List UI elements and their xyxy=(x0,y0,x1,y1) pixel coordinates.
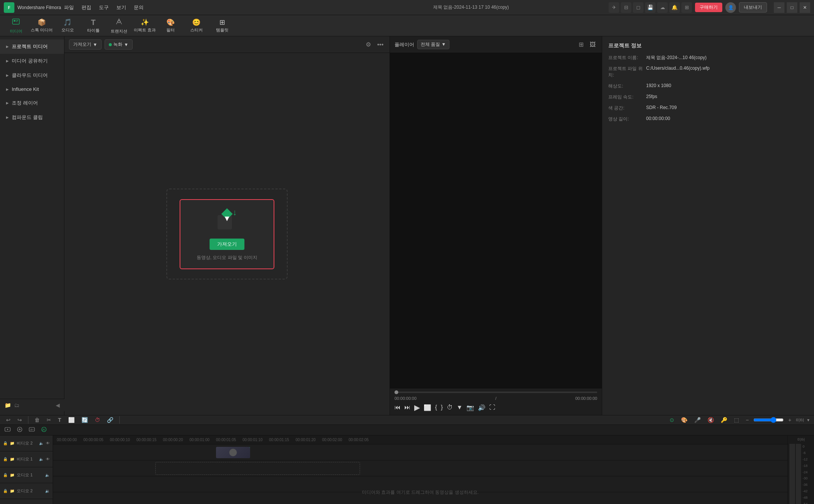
menu-help[interactable]: 문의 xyxy=(134,4,144,11)
zoom-in-button[interactable]: + xyxy=(786,415,794,424)
track-lock-icon-a2[interactable]: 🔒 xyxy=(3,489,8,493)
sidebar-item-compound-clip[interactable]: ▶ 컴파운드 클립 xyxy=(0,110,64,125)
redo-button[interactable]: ↪ xyxy=(15,415,24,424)
import-button[interactable]: 가져오기 ▼ xyxy=(69,39,102,50)
dropdown-btn[interactable]: ▼ xyxy=(457,404,463,411)
track-folder-icon-a2[interactable]: 📁 xyxy=(10,489,14,493)
purchase-button[interactable]: 구매하기 xyxy=(695,3,722,12)
import-main-button[interactable]: 가져오기 xyxy=(210,239,244,250)
video-clip-v2[interactable]: + xyxy=(216,447,250,458)
prev-frame-button[interactable]: ⏮ xyxy=(394,404,401,411)
cut-button[interactable]: ✂ xyxy=(44,415,53,424)
portrait-view-icon[interactable]: 🖼 xyxy=(588,39,597,50)
sidebar-item-cloud-media[interactable]: ▶ 클라우드 미디어 xyxy=(0,68,64,83)
collapse-icon[interactable]: ◀ xyxy=(56,402,60,408)
snap-toggle[interactable]: ⊙ xyxy=(667,415,676,424)
sidebar-item-adjustment-layer[interactable]: ▶ 조정 레이어 xyxy=(0,96,64,110)
silence-detect-button[interactable]: 🔇 xyxy=(705,415,716,424)
crop-button[interactable]: ⬜ xyxy=(66,415,77,424)
toolbar-title[interactable]: T 타이틀 xyxy=(81,17,105,35)
menu-tools[interactable]: 도구 xyxy=(99,4,109,11)
snapshot-icon[interactable]: 📷 xyxy=(466,404,474,411)
arrow-icon: ▶ xyxy=(6,45,9,48)
mark-out-icon[interactable]: } xyxy=(441,404,443,411)
track-lock-icon[interactable]: 🔒 xyxy=(3,441,8,445)
track-folder-icon[interactable]: 📁 xyxy=(10,441,14,445)
track-visible-icon[interactable]: 👁 xyxy=(46,441,50,445)
sidebar-item-project-media[interactable]: ▶ 프로젝트 미디어 xyxy=(0,39,64,54)
sidebar-item-influence-kit[interactable]: ▶ Influence Kit xyxy=(0,83,64,96)
fullscreen-icon[interactable]: ⛶ xyxy=(489,404,495,411)
grid-view-icon[interactable]: ⊞ xyxy=(577,39,585,50)
toolbar-effect[interactable]: ✨ 이펙트 효과 xyxy=(133,17,157,35)
text-button[interactable]: T xyxy=(56,415,64,424)
bell-icon[interactable]: 🔔 xyxy=(669,2,680,13)
volume-icon[interactable]: 🔊 xyxy=(478,404,485,411)
toolbar-transition-label: 트랜지션 xyxy=(111,28,127,34)
color-match-button[interactable]: 🎨 xyxy=(679,415,690,424)
close-button[interactable]: ✕ xyxy=(800,2,810,13)
record-button[interactable]: 녹화 ▼ xyxy=(105,39,133,50)
voice-button[interactable]: 🎤 xyxy=(692,415,703,424)
track-folder-icon-v1[interactable]: 📁 xyxy=(10,457,14,461)
ai-track-icon[interactable]: AI xyxy=(39,425,49,435)
add-video-track-icon[interactable] xyxy=(2,425,13,435)
quality-selector[interactable]: 전체 품질 ▼ xyxy=(417,40,449,49)
speed-icon[interactable]: ⏱ xyxy=(447,404,453,411)
grid-icon[interactable]: ⊞ xyxy=(681,2,692,13)
toolbar-filter[interactable]: 🎨 필터 xyxy=(158,17,183,35)
link-button[interactable]: 🔗 xyxy=(105,415,116,424)
menu-edit[interactable]: 편집 xyxy=(81,4,91,11)
track-mute-icon-a2[interactable]: 🔉 xyxy=(45,489,50,493)
toolbar-template[interactable]: ⊞ 템플릿 xyxy=(210,17,234,35)
delete-button[interactable]: 🗑 xyxy=(32,415,42,424)
cloud-icon[interactable]: ☁ xyxy=(657,2,668,13)
undo-button[interactable]: ↩ xyxy=(4,415,13,424)
track-folder-icon-a1[interactable]: 📁 xyxy=(10,473,14,477)
zoom-slider[interactable] xyxy=(753,417,784,423)
zoom-out-button[interactable]: − xyxy=(744,415,751,424)
track-header-a2: 🔒 📁 오디오 2 🔉 xyxy=(0,483,53,499)
track-lock-icon-a1[interactable]: 🔒 xyxy=(3,473,8,477)
track-lock-icon-v1[interactable]: 🔒 xyxy=(3,457,8,461)
import-inner-zone[interactable]: ↓ 가져오기 동영상, 오디오 파일 및 이미지 xyxy=(180,199,274,269)
import-dropzone[interactable]: ↓ 가져오기 동영상, 오디오 파일 및 이미지 xyxy=(166,189,288,279)
add-folder-icon[interactable]: 📁 xyxy=(5,402,11,408)
export-button[interactable]: 내보내기 xyxy=(739,2,767,12)
toolbar-audio[interactable]: 🎵 오디오 xyxy=(55,17,80,35)
pip-button[interactable]: ⬚ xyxy=(732,415,741,424)
track-mute-icon-a1[interactable]: 🔈 xyxy=(45,473,50,477)
rotate-button[interactable]: 🔄 xyxy=(79,415,90,424)
speed-ramp-button[interactable]: ⏱ xyxy=(92,415,102,424)
keyframe-button[interactable]: 🔑 xyxy=(719,415,729,424)
add-audio-track-icon[interactable] xyxy=(14,425,25,435)
toolbar-stock[interactable]: 📦 스톡 미디어 xyxy=(30,17,54,35)
stop-button[interactable]: ⬜ xyxy=(424,404,431,411)
filter-settings-icon[interactable]: ⚙ xyxy=(364,39,373,50)
add-subtitle-track-icon[interactable]: A+ xyxy=(27,425,37,435)
menu-view[interactable]: 보기 xyxy=(116,4,126,11)
progress-thumb[interactable] xyxy=(394,390,398,394)
new-folder-icon[interactable]: 🗂 xyxy=(14,402,19,408)
record-icon[interactable]: ◻ xyxy=(633,2,643,13)
track-mute-icon-v1[interactable]: 🔈 xyxy=(39,457,44,461)
menu-file[interactable]: 파일 xyxy=(64,4,74,11)
v1-drop-zone[interactable] xyxy=(155,462,360,475)
toolbar-media[interactable]: 미디어 xyxy=(4,17,28,35)
sidebar-item-media-share[interactable]: ▶ 미디어 공유하기 xyxy=(0,54,64,68)
prev-step-button[interactable]: ⏭ xyxy=(404,404,410,411)
help-icon[interactable]: ⊟ xyxy=(621,2,631,13)
playback-progress[interactable] xyxy=(394,392,597,393)
track-visible-icon-v1[interactable]: 👁 xyxy=(46,457,50,461)
track-mute-icon[interactable]: 🔈 xyxy=(39,441,44,445)
user-avatar[interactable]: 👤 xyxy=(725,2,736,13)
send-icon[interactable]: ✈ xyxy=(609,2,619,13)
play-button[interactable]: ▶ xyxy=(414,403,420,412)
more-options-icon[interactable]: ••• xyxy=(376,40,385,50)
maximize-button[interactable]: □ xyxy=(787,2,797,13)
toolbar-sticker[interactable]: 😊 스티커 xyxy=(184,17,208,35)
save-icon[interactable]: 💾 xyxy=(645,2,656,13)
mark-in-icon[interactable]: { xyxy=(435,404,437,411)
minimize-button[interactable]: ─ xyxy=(774,2,784,13)
toolbar-transition[interactable]: 트랜지션 xyxy=(107,17,131,35)
